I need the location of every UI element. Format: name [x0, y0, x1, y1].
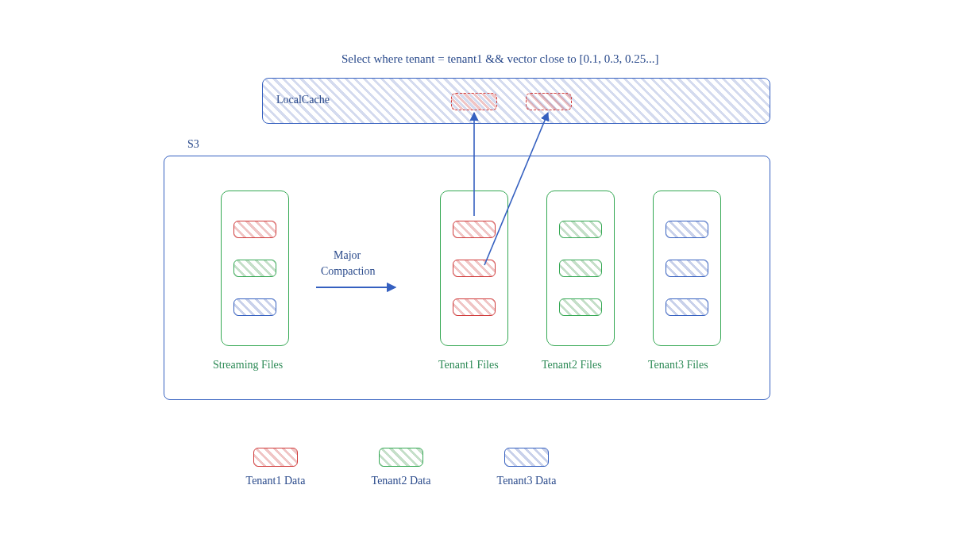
t3-slot-1 — [666, 221, 708, 238]
local-cache-label: LocalCache — [276, 94, 330, 106]
streaming-slot-tenant2 — [233, 260, 276, 277]
t1-slot-3 — [453, 298, 496, 316]
local-cache-box — [262, 78, 770, 124]
t3-slot-2 — [666, 260, 708, 277]
compaction-label-2: Compaction — [321, 265, 375, 278]
t1-slot-1 — [453, 221, 496, 238]
legend-label-tenant1: Tenant1 Data — [246, 475, 306, 487]
legend-swatch-tenant2 — [379, 448, 423, 467]
streaming-files-column — [221, 191, 289, 346]
tenant2-files-label: Tenant2 Files — [542, 359, 602, 371]
tenant2-files-column — [546, 191, 615, 346]
legend-tenant3: Tenant3 Data — [483, 448, 570, 487]
legend-swatch-tenant3 — [504, 448, 549, 467]
t2-slot-2 — [559, 260, 602, 277]
tenant3-files-label: Tenant3 Files — [648, 359, 708, 371]
legend: Tenant1 Data Tenant2 Data Tenant3 Data — [232, 448, 570, 487]
tenant1-files-column — [440, 191, 508, 346]
legend-label-tenant2: Tenant2 Data — [372, 475, 431, 487]
t2-slot-1 — [559, 221, 602, 238]
legend-tenant1: Tenant1 Data — [232, 448, 319, 487]
streaming-slot-tenant1 — [233, 221, 276, 238]
query-text: Select where tenant = tenant1 && vector … — [341, 52, 659, 66]
cache-slot-1 — [451, 93, 497, 110]
s3-label: S3 — [187, 138, 199, 151]
legend-label-tenant3: Tenant3 Data — [497, 475, 557, 487]
legend-swatch-tenant1 — [253, 448, 298, 467]
t2-slot-3 — [559, 298, 602, 316]
cache-slot-2 — [526, 93, 572, 110]
t1-slot-2 — [453, 260, 496, 277]
tenant3-files-column — [653, 191, 721, 346]
legend-tenant2: Tenant2 Data — [357, 448, 445, 487]
streaming-files-label: Streaming Files — [213, 359, 283, 371]
compaction-label-1: Major — [334, 249, 361, 262]
t3-slot-3 — [666, 298, 708, 316]
streaming-slot-tenant3 — [233, 298, 276, 316]
diagram-canvas: Select where tenant = tenant1 && vector … — [0, 0, 980, 535]
tenant1-files-label: Tenant1 Files — [438, 359, 499, 371]
